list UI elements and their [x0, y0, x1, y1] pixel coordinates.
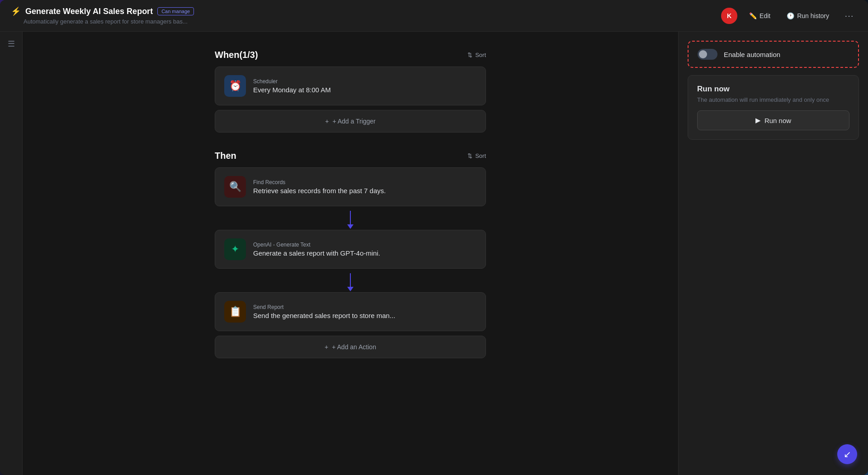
- scheduler-card[interactable]: ⏰ Scheduler Every Monday at 8:00 AM: [215, 66, 486, 105]
- send-report-value: Send the generated sales report to store…: [253, 312, 476, 319]
- connector-line-1: [350, 211, 351, 224]
- when-section-title: When(1/3): [215, 50, 258, 60]
- scheduler-label: Scheduler: [253, 78, 476, 85]
- edit-button[interactable]: ✏️ Edit: [745, 10, 775, 22]
- run-now-btn-label: Run now: [764, 117, 791, 124]
- sidebar-toggle: ☰: [0, 32, 23, 475]
- connector-2: [215, 273, 486, 291]
- send-report-info: Send Report Send the generated sales rep…: [253, 304, 476, 319]
- history-icon: 🕐: [787, 12, 794, 19]
- find-records-value: Retrieve sales records from the past 7 d…: [253, 187, 476, 195]
- add-action-icon: +: [325, 343, 328, 351]
- run-history-label: Run history: [797, 12, 829, 19]
- header-title-row: ⚡ Generate Weekly AI Sales Report Can ma…: [11, 6, 194, 16]
- add-trigger-button[interactable]: + + Add a Trigger: [215, 110, 486, 133]
- sidebar-menu-icon[interactable]: ☰: [8, 39, 15, 49]
- can-manage-badge: Can manage: [157, 7, 194, 15]
- fab-button[interactable]: ↙: [837, 444, 857, 464]
- page-title: Generate Weekly AI Sales Report: [25, 7, 153, 16]
- send-report-card[interactable]: 📋 Send Report Send the generated sales r…: [215, 292, 486, 331]
- openai-card[interactable]: ✦ OpenAI - Generate Text Generate a sale…: [215, 230, 486, 269]
- enable-automation-label: Enable automation: [724, 51, 780, 58]
- run-now-button[interactable]: ▶ Run now: [697, 110, 849, 130]
- find-records-card[interactable]: 🔍 Find Records Retrieve sales records fr…: [215, 167, 486, 206]
- scheduler-value: Every Monday at 8:00 AM: [253, 86, 476, 94]
- find-records-icon: 🔍: [224, 176, 246, 198]
- run-history-button[interactable]: 🕐 Run history: [782, 10, 834, 22]
- sort-icon: ⇅: [467, 52, 472, 58]
- then-sort-icon: ⇅: [467, 152, 472, 159]
- when-sort-label: Sort: [475, 52, 486, 58]
- connector-arrow-1: [347, 224, 354, 229]
- then-sort-label: Sort: [475, 152, 486, 159]
- then-section: Then ⇅ Sort 🔍 Find Records Retrieve sale…: [215, 151, 486, 358]
- when-section: When(1/3) ⇅ Sort ⏰ Scheduler Every Monda…: [215, 50, 486, 133]
- then-section-header: Then ⇅ Sort: [215, 151, 486, 161]
- header-left: ⚡ Generate Weekly AI Sales Report Can ma…: [11, 6, 194, 25]
- run-now-card: Run now The automation will run immediat…: [688, 75, 859, 140]
- header-subtitle: Automatically generate a sales report fo…: [11, 18, 194, 25]
- add-action-label: + Add an Action: [332, 343, 376, 351]
- then-section-title: Then: [215, 151, 236, 161]
- lightning-icon: ⚡: [11, 6, 21, 16]
- main-content: ☰ When(1/3) ⇅ Sort ⏰ Scheduler: [0, 32, 868, 475]
- openai-label: OpenAI - Generate Text: [253, 242, 476, 248]
- toggle-knob: [699, 50, 707, 58]
- more-options-button[interactable]: ⋯: [841, 9, 857, 23]
- header-right: K ✏️ Edit 🕐 Run history ⋯: [721, 8, 857, 24]
- edit-icon: ✏️: [749, 12, 757, 19]
- canvas-area: When(1/3) ⇅ Sort ⏰ Scheduler Every Monda…: [23, 32, 678, 475]
- openai-icon: ✦: [224, 238, 246, 260]
- connector-arrow-2: [347, 287, 354, 291]
- connector-1: [215, 211, 486, 229]
- openai-value: Generate a sales report with GPT-4o-mini…: [253, 249, 476, 257]
- avatar: K: [721, 8, 737, 24]
- scheduler-info: Scheduler Every Monday at 8:00 AM: [253, 78, 476, 94]
- run-now-description: The automation will run immediately and …: [697, 96, 849, 103]
- send-report-label: Send Report: [253, 304, 476, 310]
- run-now-title: Run now: [697, 85, 849, 94]
- fab-icon: ↙: [844, 449, 851, 460]
- openai-info: OpenAI - Generate Text Generate a sales …: [253, 242, 476, 257]
- scheduler-icon: ⏰: [224, 75, 246, 97]
- header: ⚡ Generate Weekly AI Sales Report Can ma…: [0, 0, 868, 32]
- when-sort-button[interactable]: ⇅ Sort: [467, 52, 486, 58]
- right-panel: Enable automation Run now The automation…: [678, 32, 868, 475]
- enable-toggle[interactable]: [698, 49, 717, 60]
- enable-automation-card[interactable]: Enable automation: [688, 41, 859, 68]
- add-action-button[interactable]: + + Add an Action: [215, 336, 486, 358]
- add-trigger-label: + Add a Trigger: [332, 118, 375, 125]
- connector-line-2: [350, 273, 351, 287]
- when-section-header: When(1/3) ⇅ Sort: [215, 50, 486, 60]
- send-report-icon: 📋: [224, 301, 246, 323]
- run-now-icon: ▶: [755, 116, 761, 124]
- find-records-info: Find Records Retrieve sales records from…: [253, 179, 476, 195]
- edit-label: Edit: [760, 12, 770, 19]
- then-sort-button[interactable]: ⇅ Sort: [467, 152, 486, 159]
- add-trigger-icon: +: [325, 118, 329, 125]
- find-records-label: Find Records: [253, 179, 476, 185]
